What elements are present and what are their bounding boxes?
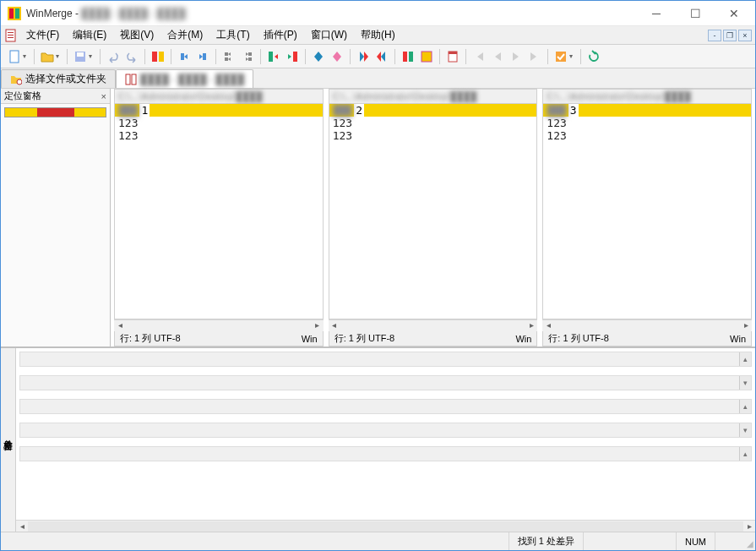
tb-first-diff-button[interactable] (470, 48, 487, 65)
tb-save-dropdown[interactable]: ▾ (89, 52, 95, 60)
editor-3-hscroll[interactable]: ◂▸ (542, 319, 752, 331)
vscroll-button[interactable]: ▴ (739, 447, 751, 461)
menubar: 文件(F) 编辑(E) 视图(V) 合并(M) 工具(T) 插件(P) 窗口(W… (1, 26, 755, 45)
editor-2[interactable]: ███2 123 123 (329, 104, 538, 319)
editor-2-diff-line[interactable]: ███2 (329, 104, 537, 117)
editor-2-line[interactable]: 123 (329, 129, 537, 142)
location-strip[interactable] (4, 107, 106, 117)
mdi-minimize-button[interactable]: - (708, 30, 721, 41)
close-button[interactable]: ✕ (715, 1, 753, 26)
vscroll-button[interactable]: ▾ (739, 376, 751, 390)
diff-row[interactable]: ▴ (19, 352, 752, 367)
location-pane: 定位窗格 × (1, 89, 111, 346)
status-empty-1 (583, 532, 676, 550)
compare-columns: C:\…\Administrator\Desktop\████ ███1 123… (111, 89, 755, 346)
editor-1-diff-line[interactable]: ███1 (115, 104, 323, 117)
mdi-close-button[interactable]: × (738, 30, 752, 41)
window-title: WinMerge - ████ - ████ - ████ (26, 8, 637, 19)
menu-plugins[interactable]: 插件(P) (257, 26, 304, 44)
tb-open-button[interactable] (39, 48, 56, 65)
diff-hscroll[interactable]: ◂▸ (16, 520, 755, 532)
column-1-path-header[interactable]: C:\…\Administrator\Desktop\████ (114, 89, 324, 104)
diff-pane-close-icon[interactable]: × (5, 437, 10, 447)
editor-3-line[interactable]: 123 (543, 129, 751, 142)
svg-rect-16 (422, 52, 432, 62)
tb-options-button[interactable] (552, 48, 569, 65)
statusbar: 找到 1 处差异 NUM ◢ (1, 532, 755, 550)
svg-rect-9 (77, 52, 84, 57)
editor-3[interactable]: ███3 123 123 (542, 104, 752, 319)
svg-rect-14 (403, 52, 407, 62)
mdi-restore-button[interactable]: ❐ (723, 30, 737, 41)
editor-2-line[interactable]: 123 (329, 117, 537, 129)
svg-rect-4 (8, 32, 14, 33)
menu-help[interactable]: 帮助(H) (354, 26, 402, 44)
tb-all-left-button[interactable] (284, 48, 301, 65)
tb-last-diff-button[interactable] (526, 48, 543, 65)
svg-rect-1 (9, 8, 14, 19)
tb-redo-button[interactable] (123, 48, 140, 65)
tb-copy-right-button[interactable] (176, 48, 193, 65)
editor-1-hscroll[interactable]: ◂▸ (114, 319, 324, 331)
tb-bookmark-button[interactable] (444, 48, 461, 65)
tb-prev-diff-button[interactable] (329, 48, 345, 65)
tb-copy-left-advance-button[interactable] (239, 48, 256, 65)
tb-next-diff-button[interactable] (310, 48, 327, 65)
tb-refresh-button[interactable] (585, 48, 602, 65)
tb-next-file-button[interactable] (508, 48, 525, 65)
tb-new-button[interactable] (6, 48, 23, 65)
menu-merge[interactable]: 合并(M) (160, 26, 209, 44)
menu-tools[interactable]: 工具(T) (209, 26, 256, 44)
menu-file[interactable]: 文件(F) (19, 26, 66, 44)
resize-grip-icon[interactable]: ◢ (740, 532, 755, 550)
menu-window[interactable]: 窗口(W) (304, 26, 354, 44)
tb-new-dropdown[interactable]: ▾ (23, 52, 30, 60)
maximize-button[interactable]: ☐ (676, 1, 715, 26)
editor-3-diff-line[interactable]: ███3 (543, 104, 751, 117)
svg-rect-13 (293, 52, 297, 62)
editor-1-line[interactable]: 123 (115, 129, 323, 142)
vscroll-button[interactable]: ▴ (739, 400, 751, 413)
tb-all-right-button[interactable] (265, 48, 282, 65)
editor-1-line[interactable]: 123 (115, 117, 323, 129)
tb-save-button[interactable] (72, 48, 89, 65)
tb-compare-button[interactable] (150, 48, 166, 65)
tb-options-dropdown[interactable]: ▾ (569, 52, 576, 60)
diff-row[interactable]: ▴ (19, 399, 752, 414)
editor-3-line[interactable]: 123 (543, 117, 751, 129)
minimize-button[interactable]: ─ (637, 1, 676, 26)
location-pane-close-icon[interactable]: × (101, 91, 106, 101)
tab-compare-doc[interactable]: ████ - ████ - ████ (116, 69, 253, 88)
column-2-status: 行: 1 列 UTF-8Win (329, 331, 538, 346)
tb-copy-right-advance-button[interactable] (220, 48, 237, 65)
diff-row[interactable]: ▾ (19, 423, 752, 438)
diff-row[interactable]: ▾ (19, 375, 752, 390)
menu-edit[interactable]: 编辑(E) (66, 26, 113, 44)
tb-next-conflict-button[interactable] (355, 48, 372, 65)
location-pane-body[interactable] (1, 104, 110, 346)
tb-current-diff-button[interactable] (400, 48, 416, 65)
vscroll-button[interactable]: ▾ (739, 423, 751, 437)
editor-2-hscroll[interactable]: ◂▸ (329, 319, 538, 331)
tb-prev-file-button[interactable] (489, 48, 506, 65)
editor-1[interactable]: ███1 123 123 (114, 104, 324, 319)
column-3-path-header[interactable]: C:\…\Administrator\Desktop\████ (542, 89, 752, 104)
svg-rect-22 (132, 74, 136, 85)
tb-open-dropdown[interactable]: ▾ (56, 52, 63, 60)
column-1-status: 行: 1 列 UTF-8Win (114, 331, 324, 346)
tb-prev-conflict-button[interactable] (373, 48, 390, 65)
tb-copy-left-button[interactable] (194, 48, 211, 65)
compare-column-1: C:\…\Administrator\Desktop\████ ███1 123… (114, 89, 324, 346)
column-3-status: 行: 1 列 UTF-8Win (542, 331, 752, 346)
column-2-path-header[interactable]: C:\…\Administrator\Desktop\████ (329, 89, 538, 104)
diff-row[interactable]: ▴ (19, 446, 752, 461)
tb-select-diff-button[interactable] (418, 48, 435, 65)
svg-rect-11 (159, 52, 164, 62)
svg-rect-18 (449, 52, 457, 54)
tb-undo-button[interactable] (105, 48, 122, 65)
location-pane-header: 定位窗格 × (1, 89, 110, 104)
tab-select-files[interactable]: 选择文件或文件夹 (1, 69, 116, 88)
menu-view[interactable]: 视图(V) (113, 26, 160, 44)
vscroll-button[interactable]: ▴ (739, 352, 751, 366)
svg-rect-10 (152, 52, 157, 62)
